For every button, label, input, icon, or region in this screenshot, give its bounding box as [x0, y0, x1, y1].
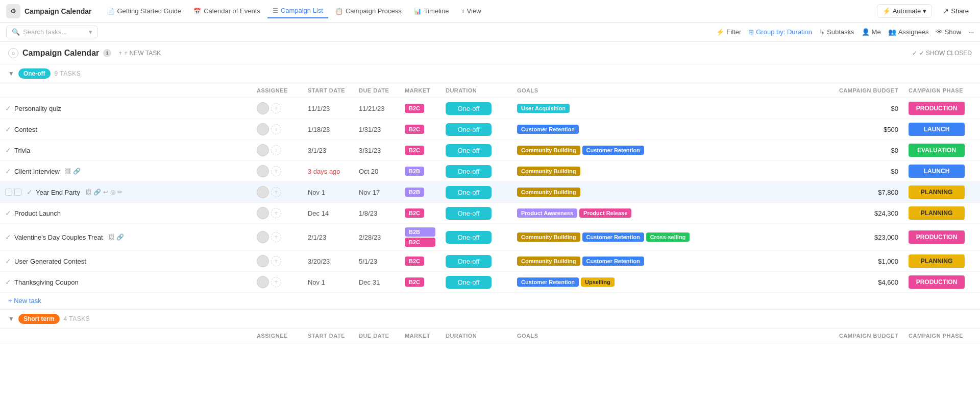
start-date: Nov 1	[303, 272, 354, 293]
search-box[interactable]: 🔍 Search tasks... ▾	[6, 26, 98, 38]
info-icon[interactable]: ℹ	[103, 49, 111, 57]
duration-cell: One-off	[440, 251, 512, 272]
start-date: Nov 1	[303, 182, 354, 203]
task-row: ✓ Valentine's Day Couples Treat 🖼 🔗 + 2	[0, 224, 980, 251]
phase-cell: PRODUCTION	[903, 272, 980, 293]
add-assignee-button[interactable]: +	[271, 208, 281, 218]
checkbox-2[interactable]	[14, 189, 21, 196]
th-market: MARKET	[400, 83, 440, 98]
goal-badge: Product Release	[579, 208, 631, 218]
tab-calendar-events[interactable]: 📅 Calendar of Events	[188, 4, 265, 18]
chevron-down-icon: ▾	[923, 7, 926, 15]
goal-badge: Customer Retention	[582, 257, 644, 266]
start-date: Dec 14	[303, 203, 354, 224]
assignee-cell: +	[252, 272, 303, 293]
avatar	[257, 102, 269, 114]
check-icon[interactable]: ✓	[5, 278, 11, 286]
check-icon[interactable]: ✓	[5, 167, 11, 175]
duration-cell: One-off	[440, 161, 512, 182]
group-badge-short-term[interactable]: Short term	[18, 314, 60, 324]
avatar	[257, 186, 269, 198]
duration-badge: One-off	[446, 186, 492, 199]
tab-timeline[interactable]: 📊 Timeline	[409, 4, 454, 18]
collapse-group-icon-2[interactable]: ▼	[8, 315, 14, 322]
add-assignee-button[interactable]: +	[271, 145, 281, 155]
assignees-button[interactable]: 👥 Assignees	[888, 28, 929, 36]
assignee-cell: +	[252, 224, 303, 251]
task-row: ✓ Personality quiz + 11/1/23 11/21/23 B2…	[0, 98, 980, 119]
share-button[interactable]: ↗ Share	[938, 5, 974, 17]
budget-cell: $23,000	[834, 224, 903, 251]
new-task-label[interactable]: + New task	[0, 293, 980, 310]
checkbox[interactable]	[5, 189, 12, 196]
collapse-button[interactable]: ○	[8, 48, 18, 58]
goals-cell: Community Building Customer Retention	[512, 251, 834, 272]
th-due-date-2: DUE DATE	[354, 329, 400, 343]
check-icon[interactable]: ✓	[27, 188, 33, 196]
th-start-date: START DATE	[303, 83, 354, 98]
tab-campaign-process[interactable]: 📋 Campaign Process	[330, 4, 407, 18]
check-icon[interactable]: ✓	[5, 233, 11, 241]
tab-view-add[interactable]: + View	[456, 4, 486, 18]
avatar	[257, 144, 269, 156]
th-goals: GOALS	[512, 83, 834, 98]
group-by-button[interactable]: ⊞ Group by: Duration	[748, 28, 812, 36]
tab-campaign-list[interactable]: ☰ Campaign List	[267, 4, 328, 18]
check-icon[interactable]: ✓	[5, 125, 11, 133]
add-assignee-button[interactable]: +	[271, 277, 281, 287]
due-date: 1/8/23	[354, 203, 400, 224]
duration-cell: One-off	[440, 182, 512, 203]
show-closed-button[interactable]: ✓ ✓ SHOW CLOSED	[912, 50, 972, 57]
th-market-2: MARKET	[400, 329, 440, 343]
th-goals-2: GOALS	[512, 329, 834, 343]
market-badge: B2C	[405, 104, 424, 113]
market-cell: B2C	[400, 203, 440, 224]
link-icon: 🔗	[93, 189, 101, 196]
filter-button[interactable]: ⚡ Filter	[716, 28, 741, 36]
collapse-group-icon[interactable]: ▼	[8, 70, 14, 77]
start-date: 2/1/23	[303, 224, 354, 251]
task-name: Thanksgiving Coupon	[14, 278, 79, 286]
th-task-2	[0, 329, 252, 343]
market-badge: B2C	[405, 257, 424, 266]
duration-badge: One-off	[446, 144, 492, 157]
phase-cell: LAUNCH	[903, 161, 980, 182]
show-button[interactable]: 👁 Show	[936, 28, 962, 36]
add-assignee-button[interactable]: +	[271, 166, 281, 176]
check-icon[interactable]: ✓	[5, 146, 11, 154]
check-icon[interactable]: ✓	[5, 209, 11, 217]
th-task	[0, 83, 252, 98]
th-assignee: ASSIGNEE	[252, 83, 303, 98]
market-badge: B2B	[405, 188, 424, 197]
group-short-term-header-row: ▼ Short term 4 TASKS	[0, 309, 980, 329]
automate-button[interactable]: ⚡ Automate ▾	[877, 4, 933, 18]
add-assignee-button[interactable]: +	[271, 256, 281, 266]
phase-cell: PLANNING	[903, 203, 980, 224]
top-nav: ⚙ Campaign Calendar 📄 Getting Started Gu…	[0, 0, 980, 22]
duration-cell: One-off	[440, 224, 512, 251]
page-header: ○ Campaign Calendar ℹ + + NEW TASK ✓ ✓ S…	[0, 42, 980, 64]
new-task-row[interactable]: + New task	[0, 293, 980, 310]
group-badge-one-off[interactable]: One-off	[18, 68, 51, 79]
add-assignee-button[interactable]: +	[271, 103, 281, 113]
market-badge-b2b: B2B	[405, 227, 435, 237]
task-name: Personality quiz	[14, 105, 61, 112]
new-task-button[interactable]: + + NEW TASK	[115, 48, 164, 58]
goal-badge: Upselling	[581, 277, 615, 287]
check-icon[interactable]: ✓	[5, 104, 11, 112]
tab-getting-started[interactable]: 📄 Getting Started Guide	[102, 4, 186, 18]
add-assignee-button[interactable]: +	[271, 232, 281, 242]
page-title: Campaign Calendar	[22, 49, 99, 58]
phase-cell: PLANNING	[903, 251, 980, 272]
subtasks-button[interactable]: ↳ Subtasks	[819, 28, 854, 36]
phase-badge: PRODUCTION	[909, 102, 965, 115]
check-icon[interactable]: ✓	[5, 257, 11, 265]
add-assignee-button[interactable]: +	[271, 187, 281, 197]
goal-badge: User Acquisition	[517, 104, 570, 113]
me-button[interactable]: 👤 Me	[862, 28, 881, 36]
app-title: Campaign Calendar	[24, 7, 91, 15]
add-assignee-button[interactable]: +	[271, 124, 281, 134]
duration-cell: One-off	[440, 203, 512, 224]
avatar	[257, 123, 269, 135]
more-options-button[interactable]: ···	[968, 28, 974, 36]
